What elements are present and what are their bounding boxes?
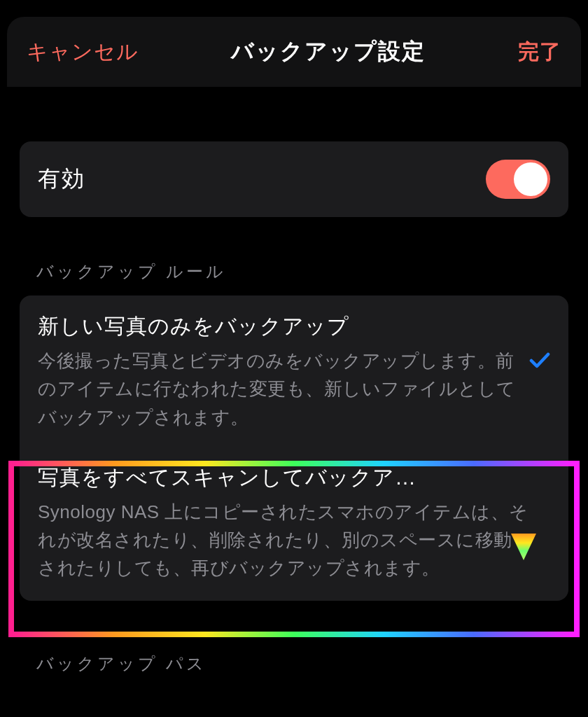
path-section-heading: バックアップ パス <box>36 653 568 675</box>
rule-option-scan-all[interactable]: 写真をすべてスキャンしてバックア… Synology NAS 上にコピーされたス… <box>20 450 568 601</box>
modal-content: 有効 バックアップ ルール 新しい写真のみをバックアップ 今後撮った写真とビデオ… <box>7 87 581 675</box>
modal-header: キャンセル バックアップ設定 完了 <box>7 17 581 87</box>
rule-option-description: 今後撮った写真とビデオのみをバックアップします。前のアイテムに行なわれた変更も、… <box>38 347 517 431</box>
check-icon <box>529 351 550 373</box>
done-button[interactable]: 完了 <box>518 38 561 67</box>
rule-option-title: 新しい写真のみをバックアップ <box>38 312 517 341</box>
rule-option-new-only[interactable]: 新しい写真のみをバックアップ 今後撮った写真とビデオのみをバックアップします。前… <box>20 295 568 450</box>
modal-title: バックアップ設定 <box>231 36 426 67</box>
enable-toggle[interactable] <box>486 160 550 199</box>
cancel-button[interactable]: キャンセル <box>27 38 139 67</box>
enable-row: 有効 <box>20 141 568 217</box>
rule-section-heading: バックアップ ルール <box>36 260 568 283</box>
enable-label: 有効 <box>38 164 85 195</box>
rule-option-title: 写真をすべてスキャンしてバックア… <box>38 464 529 492</box>
rule-option-description: Synology NAS 上にコピーされたスマホのアイテムは、それが改名されたり… <box>38 498 529 583</box>
rule-option-list: 新しい写真のみをバックアップ 今後撮った写真とビデオのみをバックアップします。前… <box>20 295 568 601</box>
